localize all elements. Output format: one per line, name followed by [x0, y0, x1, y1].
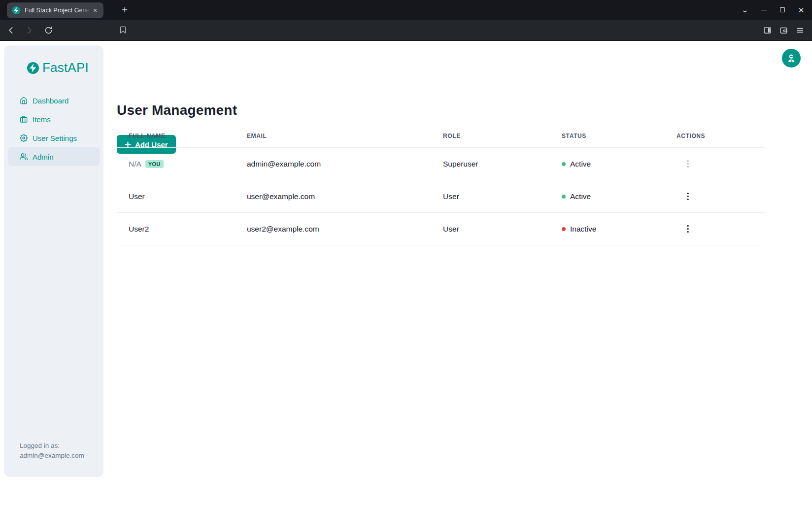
cell-role: User	[431, 192, 550, 201]
forward-icon[interactable]	[25, 26, 34, 34]
full-name-value: N/A	[129, 160, 141, 168]
cell-status: Inactive	[550, 225, 665, 234]
cell-actions	[665, 158, 765, 170]
cell-role: Superuser	[431, 160, 550, 168]
col-header-status: STATUS	[550, 133, 665, 139]
cell-full-name: N/A YOU	[117, 160, 235, 168]
table-row: User user@example.com User Active	[117, 180, 765, 213]
status-dot	[562, 227, 566, 231]
cell-email: user2@example.com	[235, 225, 431, 234]
browser-toolbar: i localhost/admin	[0, 20, 812, 41]
tab-close-icon[interactable]: ×	[91, 6, 100, 15]
status-label: Inactive	[570, 225, 596, 234]
table-row: N/A YOU admin@example.com Superuser Acti…	[117, 148, 765, 180]
page-title: User Management	[117, 102, 237, 118]
cell-actions	[665, 191, 765, 202]
col-header-actions: ACTIONS	[665, 133, 765, 139]
briefcase-icon	[20, 115, 28, 123]
reload-icon[interactable]	[44, 26, 53, 34]
home-icon	[20, 97, 28, 104]
new-tab-button[interactable]: +	[118, 4, 131, 17]
row-actions-menu-button[interactable]	[685, 158, 691, 170]
logged-in-email: admin@example.com	[20, 451, 84, 461]
table-header-row: FULL NAME EMAIL ROLE STATUS ACTIONS	[117, 124, 765, 148]
sidebar-item-label: Dashboard	[33, 97, 68, 105]
row-actions-menu-button[interactable]	[685, 191, 691, 202]
status-label: Active	[570, 160, 591, 168]
gear-icon	[20, 134, 28, 142]
tab-search-icon[interactable]: ⌄	[740, 6, 750, 14]
status-dot	[562, 162, 566, 166]
sidebar-toggle-icon[interactable]	[763, 26, 772, 34]
cell-email: user@example.com	[235, 192, 431, 201]
status-dot	[562, 195, 566, 199]
sidebar-item-label: User Settings	[33, 134, 77, 142]
users-icon	[20, 153, 28, 161]
browser-titlebar: Full Stack Project Genera × + ⌄ ✕	[0, 0, 812, 20]
cell-role: User	[431, 225, 550, 234]
logged-in-info: Logged in as: admin@example.com	[20, 441, 84, 461]
table-row: User2 user2@example.com User Inactive	[117, 213, 765, 245]
row-actions-menu-button[interactable]	[685, 223, 691, 235]
sidebar-item-label: Items	[33, 115, 51, 124]
you-badge: YOU	[145, 160, 164, 168]
col-header-role: ROLE	[431, 133, 550, 139]
fastapi-logo-icon	[27, 62, 39, 74]
browser-tab[interactable]: Full Stack Project Genera ×	[7, 2, 103, 18]
sidebar-item-items[interactable]: Items	[8, 110, 100, 129]
sidebar-item-user-settings[interactable]: User Settings	[8, 129, 100, 147]
sidebar-nav: Dashboard Items User Settings	[4, 91, 103, 166]
users-table: FULL NAME EMAIL ROLE STATUS ACTIONS N/A …	[117, 124, 765, 245]
col-header-full-name: FULL NAME	[117, 133, 235, 139]
maximize-icon[interactable]	[778, 6, 786, 14]
cell-email: admin@example.com	[235, 160, 431, 168]
window-controls: ⌄ ✕	[741, 0, 805, 20]
tab-title: Full Stack Project Genera	[25, 7, 90, 14]
close-window-icon[interactable]: ✕	[797, 6, 805, 14]
cell-status: Active	[550, 192, 665, 201]
nav-buttons	[4, 20, 53, 41]
toolbar-right	[763, 20, 804, 41]
sidebar-item-label: Admin	[33, 153, 54, 161]
cell-full-name: User2	[117, 225, 235, 234]
cell-actions	[665, 223, 765, 235]
col-header-email: EMAIL	[235, 133, 431, 139]
minimize-icon[interactable]	[760, 6, 768, 14]
user-menu-button[interactable]	[782, 49, 801, 67]
sidebar-item-admin[interactable]: Admin	[8, 147, 100, 166]
back-icon[interactable]	[7, 26, 15, 34]
cell-full-name: User	[117, 192, 235, 201]
fastapi-favicon-icon	[12, 6, 21, 15]
sidebar-item-dashboard[interactable]: Dashboard	[8, 91, 100, 110]
fastapi-logo-text: FastAPI	[42, 60, 89, 75]
cell-status: Active	[550, 160, 665, 168]
sidebar: FastAPI Dashboard Items User Set	[4, 45, 103, 477]
bookmark-icon[interactable]	[119, 26, 127, 34]
wallet-icon[interactable]	[779, 26, 788, 34]
page-content: FastAPI Dashboard Items User Set	[0, 41, 812, 505]
status-label: Active	[570, 192, 591, 201]
user-astronaut-icon	[786, 53, 796, 63]
logged-in-label: Logged in as:	[20, 441, 84, 451]
menu-icon[interactable]	[796, 26, 804, 34]
fastapi-logo: FastAPI	[27, 60, 103, 75]
